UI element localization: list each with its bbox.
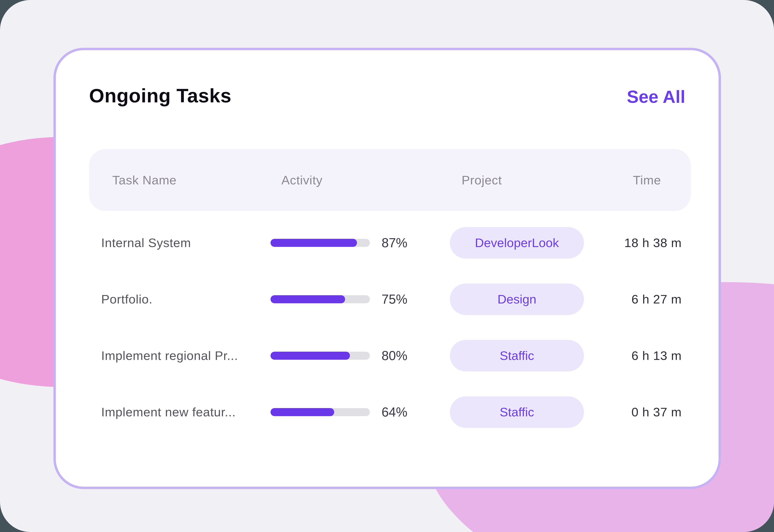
activity-track xyxy=(270,408,370,416)
page-title: Ongoing Tasks xyxy=(89,84,231,107)
time-value: 18 h 38 m xyxy=(540,215,682,271)
task-name: Implement regional Pr... xyxy=(101,327,238,384)
column-header-activity: Activity xyxy=(281,149,323,211)
table-row[interactable]: Portfolio. 75% Design 6 h 27 m xyxy=(56,271,719,327)
activity-bar xyxy=(270,408,370,416)
screen: Ongoing Tasks See All Task Name Activity… xyxy=(0,0,774,532)
activity-percent: 75% xyxy=(382,271,407,327)
activity-percent: 64% xyxy=(382,384,407,440)
see-all-link[interactable]: See All xyxy=(627,86,685,107)
column-header-project: Project xyxy=(462,149,502,211)
activity-fill xyxy=(270,295,345,303)
table-header-row: Task Name Activity Project Time xyxy=(89,149,691,211)
activity-fill xyxy=(270,408,334,416)
activity-percent: 87% xyxy=(382,215,407,271)
activity-bar xyxy=(270,239,370,247)
activity-fill xyxy=(270,239,357,247)
activity-track xyxy=(270,239,370,247)
time-value: 0 h 37 m xyxy=(540,384,682,440)
activity-percent: 80% xyxy=(382,327,407,384)
task-name: Internal System xyxy=(101,215,191,271)
time-value: 6 h 13 m xyxy=(540,327,682,384)
activity-fill xyxy=(270,352,350,360)
page-background: Ongoing Tasks See All Task Name Activity… xyxy=(0,0,774,532)
time-value: 6 h 27 m xyxy=(540,271,682,327)
table-row[interactable]: Internal System 87% DeveloperLook 18 h 3… xyxy=(56,215,719,271)
activity-bar xyxy=(270,352,370,360)
activity-track xyxy=(270,295,370,303)
table-row[interactable]: Implement new featur... 64% Staffic 0 h … xyxy=(56,384,719,440)
table-row[interactable]: Implement regional Pr... 80% Staffic 6 h… xyxy=(56,327,719,384)
task-name: Portfolio. xyxy=(101,271,153,327)
ongoing-tasks-card: Ongoing Tasks See All Task Name Activity… xyxy=(53,48,721,489)
task-name: Implement new featur... xyxy=(101,384,236,440)
column-header-task-name: Task Name xyxy=(112,149,177,211)
activity-track xyxy=(270,352,370,360)
column-header-time: Time xyxy=(633,149,661,211)
activity-bar xyxy=(270,295,370,303)
